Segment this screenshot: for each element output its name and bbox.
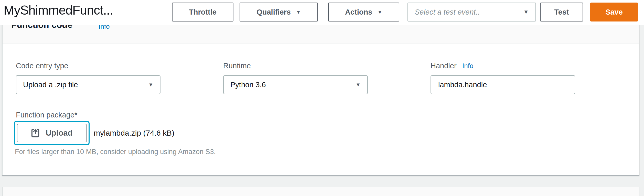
chevron-down-icon: ▼ bbox=[356, 82, 361, 88]
function-code-panel: Function code Info Code entry type Uploa… bbox=[2, 8, 639, 176]
throttle-button-label: Throttle bbox=[189, 8, 217, 16]
save-button-label: Save bbox=[605, 8, 623, 16]
code-entry-type-value: Upload a .zip file bbox=[23, 81, 78, 89]
chevron-down-icon: ▼ bbox=[523, 9, 529, 15]
actions-button-label: Actions bbox=[345, 8, 372, 16]
upload-button-focus-ring: Upload bbox=[14, 121, 90, 145]
function-package-label: Function package* bbox=[16, 111, 77, 119]
save-button[interactable]: Save bbox=[590, 3, 638, 21]
actions-dropdown-button[interactable]: Actions ▼ bbox=[328, 3, 399, 21]
function-action-header: MyShimmedFunct... Throttle Qualifiers ▼ … bbox=[0, 0, 644, 25]
throttle-button[interactable]: Throttle bbox=[172, 3, 233, 21]
qualifiers-dropdown-button[interactable]: Qualifiers ▼ bbox=[240, 3, 318, 21]
upload-icon bbox=[31, 128, 40, 138]
uploaded-file-info: mylambda.zip (74.6 kB) bbox=[94, 128, 174, 138]
test-button-label: Test bbox=[554, 8, 569, 16]
runtime-label: Runtime bbox=[223, 61, 251, 70]
code-entry-type-select[interactable]: Upload a .zip file ▼ bbox=[16, 75, 160, 94]
next-panel-partial bbox=[2, 187, 639, 196]
chevron-down-icon: ▼ bbox=[377, 9, 382, 15]
test-event-select[interactable]: Select a test event.. ▼ bbox=[407, 3, 536, 21]
handler-input[interactable] bbox=[431, 75, 575, 94]
code-entry-type-label: Code entry type bbox=[16, 61, 68, 70]
test-event-placeholder: Select a test event.. bbox=[415, 8, 480, 16]
upload-button-label: Upload bbox=[46, 128, 72, 138]
chevron-down-icon: ▼ bbox=[148, 82, 153, 88]
s3-upload-helper-text: For files larger than 10 MB, consider up… bbox=[15, 147, 216, 156]
chevron-down-icon: ▼ bbox=[296, 9, 301, 15]
qualifiers-button-label: Qualifiers bbox=[256, 8, 291, 16]
runtime-value: Python 3.6 bbox=[230, 81, 266, 89]
handler-info-link[interactable]: Info bbox=[462, 62, 473, 70]
function-name-title: MyShimmedFunct... bbox=[4, 1, 113, 19]
handler-label: Handler bbox=[431, 61, 457, 70]
test-button[interactable]: Test bbox=[540, 3, 583, 21]
upload-button[interactable]: Upload bbox=[17, 124, 87, 142]
runtime-select[interactable]: Python 3.6 ▼ bbox=[223, 75, 368, 94]
lambda-function-page: Function code Info Code entry type Uploa… bbox=[0, 0, 644, 196]
